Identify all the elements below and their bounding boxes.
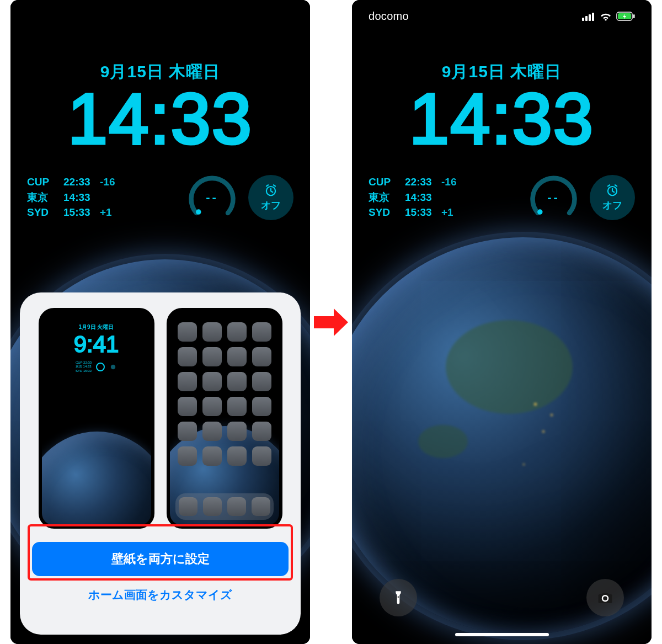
battery-charging-icon [616, 12, 635, 21]
phone-left-wallpaper-editor: 9月15日 木曜日 14:33 CUP22:33-16 東京14:33 SYD1… [10, 0, 310, 644]
circular-gauge-widget[interactable]: -- [186, 171, 238, 223]
svg-point-3 [111, 364, 115, 369]
status-bar: docomo [352, 10, 652, 23]
world-clock-widget[interactable]: CUP22:33-16 東京14:33 SYD15:33+1 [369, 174, 470, 220]
arrow-right-icon [312, 303, 350, 342]
alarm-clock-icon [264, 183, 278, 198]
wifi-icon [600, 12, 612, 21]
svg-rect-4 [582, 18, 584, 21]
camera-icon [597, 589, 613, 606]
wallpaper-preview-pair: 1月9日 火曜日 9:41 CUP 22:33東京 14:33SYD 15:33 [39, 308, 282, 529]
alarm-clock-icon [605, 183, 620, 198]
carrier-label: docomo [369, 10, 409, 23]
lockscreen-widgets-row: CUP22:33-16 東京14:33 SYD15:33+1 -- オフ [27, 171, 293, 223]
lockscreen-clock: 14:33 [352, 83, 652, 155]
svg-rect-9 [633, 14, 635, 18]
world-clock-widget[interactable]: CUP22:33-16 東京14:33 SYD15:33+1 [27, 174, 129, 220]
lockscreen-clock: 14:33 [10, 83, 310, 155]
set-as-wallpaper-pair-button[interactable]: 壁紙を両方に設定 [32, 542, 289, 576]
camera-button[interactable] [586, 579, 624, 616]
home-indicator[interactable] [455, 633, 549, 636]
svg-rect-5 [585, 16, 588, 21]
earth-illustration [352, 237, 652, 635]
phone-right-lockscreen: docomo 9月15日 木曜日 14:33 [352, 0, 652, 644]
lockscreen-widgets-row: CUP22:33-16 東京14:33 SYD15:33+1 -- オフ [369, 171, 635, 223]
homescreen-preview-thumbnail[interactable] [167, 308, 282, 529]
mini-gauge-icon [95, 361, 106, 372]
mini-alarm-icon [109, 363, 117, 371]
set-wallpaper-sheet: 1月9日 火曜日 9:41 CUP 22:33東京 14:33SYD 15:33 [20, 292, 301, 635]
svg-rect-7 [592, 13, 594, 21]
svg-point-13 [397, 596, 399, 598]
alarm-widget[interactable]: オフ [590, 175, 635, 220]
flashlight-icon [391, 590, 406, 605]
alarm-widget[interactable]: オフ [248, 175, 293, 220]
cellular-signal-icon [582, 12, 595, 21]
flashlight-button[interactable] [380, 579, 417, 616]
customize-home-screen-link[interactable]: ホーム画面をカスタマイズ [88, 587, 232, 603]
lockscreen-preview-thumbnail[interactable]: 1月9日 火曜日 9:41 CUP 22:33東京 14:33SYD 15:33 [39, 308, 154, 529]
svg-rect-6 [589, 14, 591, 21]
circular-gauge-widget[interactable]: -- [527, 171, 580, 223]
svg-point-2 [97, 363, 104, 371]
